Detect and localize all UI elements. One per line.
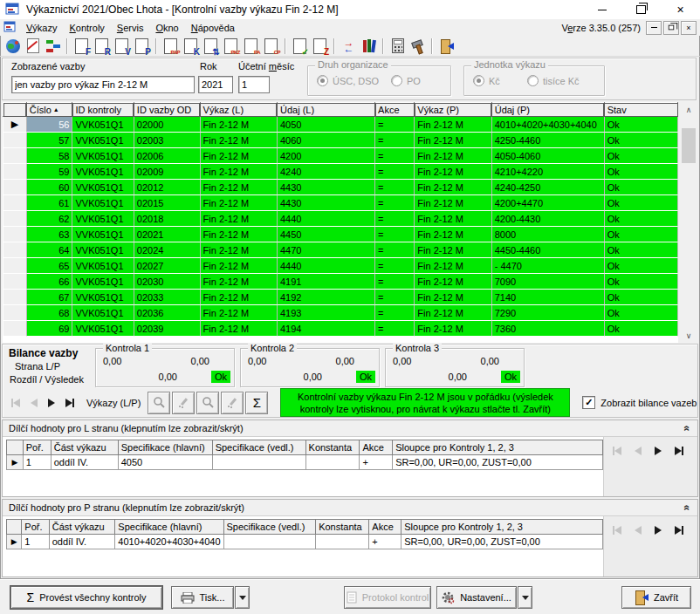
grid-cell[interactable]: Ok: [604, 290, 677, 305]
grid-cell[interactable]: Ok: [604, 117, 677, 133]
sum-button[interactable]: Σ: [245, 392, 268, 414]
grid-column-header[interactable]: Akce: [375, 103, 415, 117]
grid-cell[interactable]: Fin 2-12 M: [415, 117, 491, 133]
sub-cell[interactable]: SR=0,00, UR=0,00, ZUST=0,00: [393, 455, 603, 470]
menu-item-vykazy[interactable]: Výkazy: [20, 21, 63, 35]
sub-column-header[interactable]: Specifikace (hlavní): [115, 520, 223, 535]
grid-cell[interactable]: 7140: [491, 290, 604, 305]
table-row[interactable]: 66VVK051Q102030Fin 2-12 M4191=Fin 2-12 M…: [3, 274, 678, 290]
grid-cell[interactable]: Fin 2-12 M: [200, 242, 277, 258]
structure-icon[interactable]: [44, 38, 62, 55]
reports-globe-icon[interactable]: [3, 38, 22, 55]
grid-cell[interactable]: VVK051Q1: [72, 305, 134, 321]
grid-cell[interactable]: 4200+4470: [491, 195, 604, 211]
table-row[interactable]: 60VVK051Q102012Fin 2-12 M4430=Fin 2-12 M…: [3, 180, 678, 195]
report-v-icon[interactable]: V: [113, 38, 131, 55]
table-row[interactable]: ▶56VVK051Q102000Fin 2-12 M4050=Fin 2-12 …: [3, 117, 678, 133]
grid-cell[interactable]: VVK051Q1: [72, 148, 134, 164]
report-pkz-icon[interactable]: PKZ: [222, 38, 240, 55]
grid-cell[interactable]: 02015: [134, 195, 200, 211]
grid-cell[interactable]: 59: [26, 164, 72, 180]
grid-cell[interactable]: 60: [26, 180, 72, 195]
sub-cell[interactable]: SR=0,00, UR=0,00, ZUST=0,00: [401, 535, 603, 549]
grid-cell[interactable]: 02033: [134, 290, 200, 305]
grid-cell[interactable]: =: [375, 148, 415, 164]
checkbox-icon[interactable]: ✓: [582, 396, 595, 409]
grid-cell[interactable]: 4440: [277, 258, 374, 274]
last-record-button[interactable]: [675, 525, 683, 536]
grid-cell[interactable]: 62: [26, 211, 72, 227]
grid-cell[interactable]: 7090: [491, 274, 604, 290]
sub-cell[interactable]: +: [360, 455, 393, 470]
sub-column-header[interactable]: Poř.: [23, 440, 51, 455]
grid-cell[interactable]: =: [375, 321, 415, 337]
grid-cell[interactable]: Fin 2-12 M: [415, 211, 491, 227]
grid-cell[interactable]: 02003: [134, 133, 200, 148]
grid-cell[interactable]: 63: [26, 227, 72, 242]
rok-input[interactable]: [198, 76, 233, 93]
grid-cell[interactable]: =: [375, 133, 415, 148]
grid-column-header[interactable]: Údaj (L): [277, 103, 374, 117]
close-button[interactable]: ×: [661, 0, 700, 19]
grid-cell[interactable]: 4240: [277, 164, 374, 180]
grid-cell[interactable]: 4470: [277, 242, 374, 258]
settings-dropdown-button[interactable]: [518, 586, 532, 609]
grid-cell[interactable]: 02036: [134, 305, 200, 321]
grid-cell[interactable]: 4430: [277, 195, 374, 211]
table-row[interactable]: ▶1oddíl IV.4010+4020+4030+4040+SR=0,00, …: [7, 535, 603, 549]
grid-cell[interactable]: 58: [26, 148, 72, 164]
ucetni-mesic-input[interactable]: [238, 76, 270, 93]
grid-cell[interactable]: =: [375, 164, 415, 180]
report-k-icon[interactable]: K: [182, 38, 200, 55]
next-record-button[interactable]: [655, 525, 662, 536]
grid-cell[interactable]: Fin 2-12 M: [200, 164, 277, 180]
table-row[interactable]: 67VVK051Q102033Fin 2-12 M4192=Fin 2-12 M…: [3, 290, 678, 305]
grid-cell[interactable]: 02021: [134, 227, 200, 242]
grid-cell[interactable]: 4050: [277, 117, 374, 133]
grid-cell[interactable]: Fin 2-12 M: [200, 117, 277, 133]
grid-cell[interactable]: =: [375, 117, 415, 133]
grid-cell[interactable]: Fin 2-12 M: [200, 148, 277, 164]
grid-column-header[interactable]: Výkaz (P): [415, 103, 491, 117]
grid-cell[interactable]: 4240-4250: [491, 180, 604, 195]
grid-cell[interactable]: 02024: [134, 242, 200, 258]
table-row[interactable]: 62VVK051Q102018Fin 2-12 M4440=Fin 2-12 M…: [3, 211, 678, 227]
grid-cell[interactable]: 4210+4220: [491, 164, 604, 180]
sub-column-header[interactable]: Akce: [360, 440, 393, 455]
next-record-button[interactable]: [48, 398, 55, 408]
grid-cell[interactable]: 67: [26, 290, 72, 305]
report-r-icon[interactable]: R: [93, 38, 111, 55]
grid-cell[interactable]: Ok: [604, 148, 677, 164]
grid-cell[interactable]: 02009: [134, 164, 200, 180]
grid-cell[interactable]: Fin 2-12 M: [200, 211, 277, 227]
grid-cell[interactable]: 66: [26, 274, 72, 290]
sub-cell[interactable]: 4050: [118, 455, 212, 470]
grid-cell[interactable]: 4200-4430: [491, 211, 604, 227]
table-row[interactable]: 61VVK051Q102015Fin 2-12 M4430=Fin 2-12 M…: [3, 195, 678, 211]
run-all-checks-button[interactable]: Σ Provést všechny kontroly: [10, 586, 162, 609]
exit-icon[interactable]: [437, 38, 456, 55]
grid-cell[interactable]: 4194: [277, 321, 374, 337]
last-record-button[interactable]: [675, 446, 683, 456]
grid-column-header[interactable]: ID vazby OD: [134, 103, 200, 117]
grid-cell[interactable]: =: [375, 258, 415, 274]
grid-cell[interactable]: - 4470: [491, 258, 604, 274]
grid-cell[interactable]: VVK051Q1: [72, 133, 134, 148]
grid-cell[interactable]: VVK051Q1: [72, 117, 134, 133]
grid-cell[interactable]: Ok: [604, 321, 677, 337]
grid-cell[interactable]: Ok: [604, 258, 677, 274]
grid-cell[interactable]: 4192: [277, 290, 374, 305]
grid-cell[interactable]: 4450: [277, 227, 374, 242]
sub-column-header[interactable]: Sloupce pro Kontroly 1, 2, 3: [401, 520, 603, 535]
report-pap-icon[interactable]: PAP: [161, 38, 180, 55]
grid-cell[interactable]: 4430: [277, 180, 374, 195]
grid-cell[interactable]: VVK051Q1: [72, 180, 134, 195]
grid-cell[interactable]: Fin 2-12 M: [415, 148, 491, 164]
exchange-icon[interactable]: →←: [340, 38, 358, 55]
grid-cell[interactable]: Ok: [604, 242, 677, 258]
grid-cell[interactable]: 57: [26, 133, 72, 148]
grid-cell[interactable]: Ok: [604, 133, 677, 148]
mdi-minimize-button[interactable]: [646, 21, 662, 35]
grid-cell[interactable]: 02000: [134, 117, 200, 133]
grid-cell[interactable]: 69: [26, 321, 72, 337]
